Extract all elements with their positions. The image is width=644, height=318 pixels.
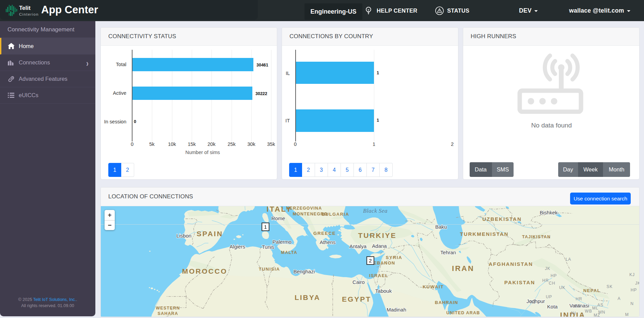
- svg-text:Benghazi: Benghazi: [294, 269, 315, 274]
- svg-text:UP: UP: [546, 294, 552, 299]
- svg-text:WESTERN: WESTERN: [156, 306, 180, 311]
- svg-text:Baku: Baku: [435, 224, 447, 230]
- svg-text:TAJIKISTAN: TAJIKISTAN: [522, 234, 551, 239]
- svg-text:EGYPT: EGYPT: [342, 295, 371, 303]
- svg-text:AFGHANISTAN: AFGHANISTAN: [489, 261, 533, 267]
- svg-text:MN: MN: [598, 310, 606, 315]
- svg-text:TURKIYE: TURKIYE: [358, 231, 396, 239]
- svg-text:MALTA: MALTA: [281, 250, 297, 255]
- svg-text:WB: WB: [585, 309, 592, 314]
- svg-text:BR: BR: [575, 304, 581, 308]
- svg-text:Athens: Athens: [320, 239, 336, 245]
- svg-text:JK: JK: [635, 281, 639, 286]
- svg-text:LIBYA: LIBYA: [295, 293, 320, 301]
- svg-text:Cairo: Cairo: [352, 279, 365, 285]
- svg-text:CH: CH: [549, 281, 555, 286]
- svg-text:JH: JH: [570, 311, 576, 316]
- svg-text:Tabouk: Tabouk: [375, 288, 392, 294]
- svg-text:HP: HP: [551, 273, 557, 278]
- svg-text:A: A: [617, 296, 621, 301]
- svg-text:HP: HP: [631, 288, 637, 292]
- svg-text:IRAN: IRAN: [452, 264, 474, 273]
- svg-text:Palermo: Palermo: [272, 239, 292, 245]
- svg-text:NEPAL: NEPAL: [583, 288, 601, 293]
- svg-text:Lisbon: Lisbon: [176, 233, 191, 239]
- svg-text:SAHARA: SAHARA: [158, 311, 178, 316]
- svg-text:Bishkek: Bishkek: [540, 210, 558, 215]
- svg-text:GREECE: GREECE: [313, 231, 336, 236]
- svg-text:UNITED ARAB: UNITED ARAB: [446, 311, 480, 315]
- svg-text:KJ: KJ: [629, 272, 635, 277]
- svg-text:SYRIA: SYRIA: [386, 255, 403, 260]
- svg-text:ISRAEL: ISRAEL: [369, 273, 389, 278]
- svg-text:M: M: [625, 312, 629, 317]
- svg-text:SK: SK: [607, 284, 613, 289]
- svg-text:Rome: Rome: [271, 215, 285, 221]
- svg-text:PAKISTAN: PAKISTAN: [504, 279, 535, 285]
- svg-text:TUNISIA: TUNISIA: [259, 267, 280, 272]
- svg-text:Adana: Adana: [372, 243, 387, 249]
- svg-text:JK: JK: [545, 266, 550, 271]
- svg-text:UK: UK: [559, 285, 566, 290]
- svg-text:EMIRATES: EMIRATES: [451, 316, 475, 317]
- svg-text:UZBEKISTAN: UZBEKISTAN: [482, 216, 522, 222]
- svg-text:Tehran: Tehran: [440, 249, 456, 255]
- svg-text:Black Sea: Black Sea: [363, 208, 388, 214]
- svg-text:N: N: [630, 301, 634, 306]
- svg-text:HERZEGOVINA: HERZEGOVINA: [286, 206, 322, 211]
- svg-text:MOROCCO: MOROCCO: [182, 267, 227, 275]
- svg-text:BAHRAIN: BAHRAIN: [435, 300, 458, 305]
- svg-text:SPAIN: SPAIN: [197, 230, 223, 238]
- svg-text:Tunis: Tunis: [262, 244, 274, 250]
- svg-text:Antalya: Antalya: [349, 243, 367, 249]
- svg-text:ML: ML: [592, 306, 599, 311]
- svg-text:HR: HR: [542, 278, 549, 283]
- svg-text:TURKMENISTAN: TURKMENISTAN: [460, 231, 509, 237]
- svg-text:LA: LA: [566, 257, 571, 262]
- svg-text:KUWAIT: KUWAIT: [423, 284, 444, 289]
- svg-text:RJ: RJ: [530, 300, 536, 305]
- svg-text:Algiers: Algiers: [230, 244, 245, 249]
- svg-text:BULGARIA: BULGARIA: [322, 212, 349, 217]
- svg-text:Madinah: Madinah: [387, 307, 406, 313]
- svg-text:Kota: Kota: [547, 304, 558, 309]
- svg-text:HR: HR: [576, 297, 582, 301]
